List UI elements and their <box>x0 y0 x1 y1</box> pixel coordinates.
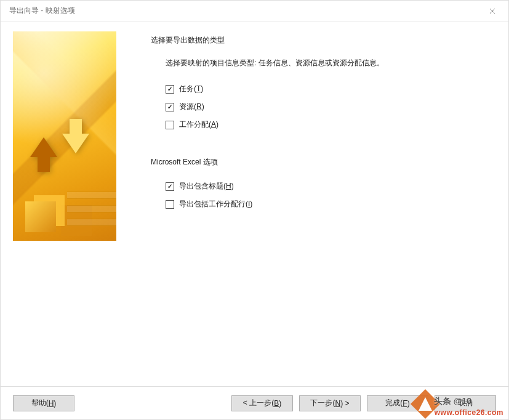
grid-lines <box>67 192 116 235</box>
checkbox-row-assignments[interactable]: 工作分配(A) <box>166 119 496 130</box>
section-data-type-description: 选择要映射的项目信息类型: 任务信息、资源信息或资源分配信息。 <box>166 57 430 69</box>
window-title: 导出向导 - 映射选项 <box>9 6 75 16</box>
back-button[interactable]: < 上一步(B) <box>231 395 293 411</box>
checkbox-include-assignment-rows[interactable] <box>166 200 174 209</box>
button-bar: 帮助(H) < 上一步(B) 下一步(N) > 完成(F) 取消 <box>1 386 508 419</box>
checkbox-row-include-headers[interactable]: 导出包含标题(H) <box>166 181 496 192</box>
checkbox-row-resources[interactable]: 资源(R) <box>166 102 496 112</box>
form-panel: 选择要导出数据的类型 选择要映射的项目信息类型: 任务信息、资源信息或资源分配信… <box>116 31 496 381</box>
next-button[interactable]: 下一步(N) > <box>299 395 361 411</box>
help-button[interactable]: 帮助(H) <box>13 395 74 411</box>
finish-button[interactable]: 完成(F) <box>367 395 428 411</box>
wizard-artwork <box>13 31 116 241</box>
checkbox-resources-label: 资源(R) <box>179 102 204 112</box>
checkbox-include-headers-label: 导出包含标题(H) <box>179 181 234 192</box>
checkbox-row-include-assignment-rows[interactable]: 导出包括工作分配行(I) <box>166 199 496 209</box>
title-bar: 导出向导 - 映射选项 <box>1 1 508 22</box>
checkbox-include-headers[interactable] <box>166 182 174 191</box>
section-excel-title: Microsoft Excel 选项 <box>151 157 496 168</box>
close-icon <box>489 8 495 14</box>
cancel-button[interactable]: 取消 <box>435 395 496 411</box>
arrow-up-icon <box>30 137 57 157</box>
content-area: 选择要导出数据的类型 选择要映射的项目信息类型: 任务信息、资源信息或资源分配信… <box>1 22 508 381</box>
close-button[interactable] <box>484 2 501 20</box>
box-shapes <box>25 201 56 232</box>
checkbox-assignments[interactable] <box>166 121 174 129</box>
arrow-down-icon <box>62 134 89 153</box>
checkbox-tasks-label: 任务(T) <box>179 84 203 94</box>
checkbox-row-tasks[interactable]: 任务(T) <box>166 84 496 94</box>
checkbox-assignments-label: 工作分配(A) <box>179 119 218 130</box>
section-data-type-title: 选择要导出数据的类型 <box>151 35 496 46</box>
checkbox-include-assignment-rows-label: 导出包括工作分配行(I) <box>179 199 252 209</box>
checkbox-resources[interactable] <box>166 103 174 111</box>
checkbox-tasks[interactable] <box>166 85 174 94</box>
